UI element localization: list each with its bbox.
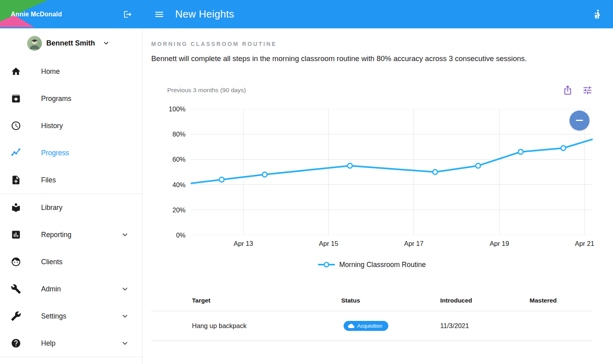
data-point-marker[interactable] (476, 163, 481, 168)
line-chart: 0%20%40%60%80%100% Apr 13Apr 15Apr 17Apr… (151, 109, 593, 269)
sidebar-item-files[interactable]: Files (0, 166, 142, 194)
export-icon[interactable] (563, 85, 573, 95)
y-axis-tick-label: 20% (172, 206, 186, 214)
chart-svg (191, 109, 593, 235)
cloud-icon (348, 323, 354, 328)
sidebar-item-home[interactable]: Home (0, 58, 142, 85)
library-icon (11, 202, 21, 213)
minus-icon (576, 120, 583, 121)
introduced-cell: 11/3/2021 (440, 322, 530, 330)
sidebar-item-label: Files (41, 176, 56, 184)
sidebar-item-history[interactable]: History (0, 112, 142, 139)
y-axis-tick-label: 60% (172, 156, 186, 163)
programs-icon (11, 93, 21, 104)
table-header-row: Target Status Introduced Mastered (151, 295, 593, 311)
sidebar-item-label: Home (41, 67, 60, 76)
sidebar-item-library[interactable]: Library (0, 194, 142, 221)
sidebar-item-label: History (41, 122, 63, 130)
admin-icon (11, 284, 21, 294)
sidebar-item-clients[interactable]: Clients (0, 248, 142, 275)
targets-table: Target Status Introduced Mastered Hang u… (151, 295, 593, 341)
main-content: MORNING CLASSROOM ROUTINE Bennett will c… (142, 28, 613, 364)
sidebar-item-label: Clients (41, 258, 63, 266)
legend-label: Morning Classroom Routine (339, 261, 426, 269)
column-header-introduced: Introduced (440, 297, 530, 304)
x-axis-tick-label: Apr 17 (404, 240, 424, 247)
data-point-marker[interactable] (348, 163, 352, 168)
table-row[interactable]: Hang up backpack Acquisition 11/3/2021 (151, 311, 593, 341)
zoom-out-button[interactable] (569, 111, 589, 131)
chart-plot-area (191, 109, 593, 235)
sidebar-item-label: Help (41, 339, 55, 348)
chart-legend[interactable]: Morning Classroom Routine (151, 261, 593, 269)
client-name: Bennett Smith (46, 39, 95, 47)
logout-icon[interactable] (123, 10, 132, 19)
y-axis: 0%20%40%60%80%100% (151, 109, 186, 235)
sidebar-item-label: Library (41, 204, 63, 212)
sidebar-item-label: Settings (41, 312, 66, 320)
column-header-status: Status (341, 297, 440, 304)
legend-marker-icon (318, 261, 335, 268)
column-header-target: Target (151, 297, 341, 304)
home-icon (11, 66, 21, 77)
x-axis-tick-label: Apr 13 (234, 240, 253, 247)
x-axis-tick-label: Apr 19 (490, 240, 509, 247)
chevron-down-icon (120, 230, 130, 239)
reporting-icon (11, 229, 21, 240)
x-axis-tick-label: Apr 21 (575, 240, 595, 247)
column-header-mastered: Mastered (530, 297, 593, 304)
status-cell: Acquisition (341, 321, 440, 331)
settings-icon (11, 311, 21, 321)
history-icon (11, 121, 21, 131)
family-icon[interactable] (590, 9, 601, 20)
sidebar-item-label: Reporting (41, 231, 71, 239)
sidebar-divider (0, 357, 142, 357)
program-section-title: MORNING CLASSROOM ROUTINE (151, 41, 593, 47)
app-title: New Heights (175, 8, 234, 20)
x-axis-tick-label: Apr 15 (319, 240, 338, 247)
sidebar-item-settings[interactable]: Settings (0, 303, 142, 330)
hamburger-menu-icon[interactable] (154, 9, 164, 20)
sidebar: Bennett Smith Home Programs History Prog… (0, 28, 142, 364)
date-range-label: Previous 3 months (90 days) (167, 87, 246, 94)
filter-settings-icon[interactable] (582, 85, 593, 95)
sidebar-item-admin[interactable]: Admin (0, 275, 142, 303)
chevron-down-icon (120, 284, 130, 294)
chevron-down-icon (120, 338, 130, 348)
clients-icon (11, 257, 21, 267)
y-axis-tick-label: 80% (172, 131, 186, 138)
chart-toolbar: Previous 3 months (90 days) (151, 85, 593, 95)
x-axis: Apr 13Apr 15Apr 17Apr 19Apr 21 (191, 235, 593, 250)
client-selector[interactable]: Bennett Smith (0, 28, 142, 58)
sidebar-item-label: Progress (41, 149, 69, 157)
data-point-marker[interactable] (219, 177, 224, 182)
series-line (191, 139, 593, 184)
sidebar-item-label: Admin (41, 285, 61, 293)
logged-in-user-name: Annie McDonald (11, 11, 62, 18)
sidebar-item-help[interactable]: Help (0, 330, 142, 357)
data-point-marker[interactable] (561, 146, 566, 150)
data-point-marker[interactable] (518, 149, 523, 154)
client-avatar (27, 36, 42, 51)
sidebar-item-label: Programs (41, 95, 71, 103)
y-axis-tick-label: 40% (172, 181, 186, 188)
y-axis-tick-label: 0% (176, 231, 186, 239)
progress-icon (11, 148, 21, 158)
target-cell: Hang up backpack (151, 322, 341, 330)
sidebar-item-progress[interactable]: Progress (0, 139, 142, 166)
files-icon (11, 175, 21, 185)
chevron-down-icon (120, 311, 130, 321)
data-point-marker[interactable] (262, 172, 267, 177)
goal-description: Bennett will complete all steps in the m… (151, 54, 593, 64)
data-point-marker[interactable] (433, 170, 437, 174)
status-badge-label: Acquisition (357, 323, 382, 329)
topbar-account-section: Annie McDonald (0, 10, 142, 19)
progress-chart-card: Previous 3 months (90 days) 0%20%40%60%8… (151, 85, 593, 269)
status-badge: Acquisition (344, 321, 388, 331)
chart-gridlines (191, 109, 593, 235)
help-icon (11, 338, 21, 348)
chevron-down-icon (102, 39, 111, 47)
y-axis-tick-label: 100% (169, 105, 186, 113)
sidebar-item-reporting[interactable]: Reporting (0, 221, 142, 248)
sidebar-item-programs[interactable]: Programs (0, 85, 142, 112)
